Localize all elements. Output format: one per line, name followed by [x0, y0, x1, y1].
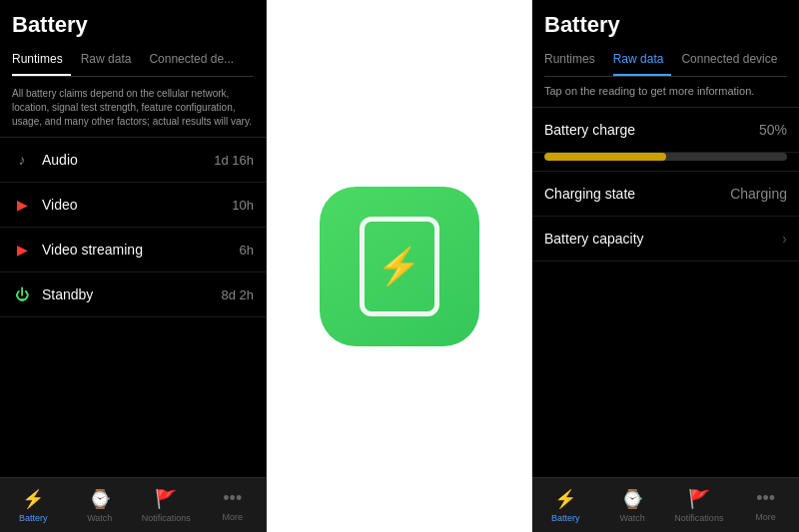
- bottom-tab-battery-left[interactable]: ⚡ Battery: [0, 478, 67, 532]
- list-item: ▶ Video streaming 6h: [0, 228, 266, 272]
- battery-tab-icon-right: ⚡: [554, 488, 576, 510]
- charge-bar-fill: [544, 153, 666, 161]
- right-tab-bar: Runtimes Raw data Connected device: [544, 46, 787, 77]
- runtime-label-audio: Audio: [42, 152, 78, 168]
- battery-charge-value: 50%: [759, 122, 787, 138]
- bottom-tab-notifications-right[interactable]: 🚩 Notifications: [666, 478, 733, 532]
- left-panel: Battery Runtimes Raw data Connected de..…: [0, 0, 267, 532]
- charging-state-label: Charging state: [544, 186, 635, 202]
- bottom-tab-watch-right[interactable]: ⌚ Watch: [599, 478, 666, 532]
- left-tab-rawdata[interactable]: Raw data: [81, 46, 140, 76]
- right-tab-rawdata[interactable]: Raw data: [613, 46, 672, 76]
- runtime-label-video: Video: [42, 197, 78, 213]
- list-item: ⏻ Standby 8d 2h: [0, 272, 266, 317]
- watch-tab-icon-right: ⌚: [621, 488, 643, 510]
- runtime-value-video: 10h: [232, 198, 254, 213]
- watch-tab-label-right: Watch: [620, 513, 645, 523]
- more-tab-label: More: [222, 512, 243, 522]
- charge-bar-container: [532, 153, 799, 172]
- bottom-tab-notifications-left[interactable]: 🚩 Notifications: [133, 478, 200, 532]
- battery-top: [389, 175, 410, 183]
- charge-bar-track: [544, 153, 787, 161]
- left-tab-connected[interactable]: Connected de...: [149, 46, 242, 76]
- battery-tab-label: Battery: [19, 513, 48, 523]
- more-tab-icon: •••: [223, 488, 242, 509]
- bottom-tab-more-left[interactable]: ••• More: [200, 478, 267, 532]
- battery-tab-label-right: Battery: [551, 513, 580, 523]
- video-icon: ▶: [12, 195, 32, 215]
- right-tab-connected[interactable]: Connected device: [681, 46, 785, 76]
- list-item: ▶ Video 10h: [0, 183, 266, 228]
- runtime-label-standby: Standby: [42, 286, 93, 302]
- battery-charge-row[interactable]: Battery charge 50%: [532, 108, 799, 153]
- info-text: Tap on the reading to get more informati…: [532, 77, 799, 108]
- list-item: ♪ Audio 1d 16h: [0, 138, 266, 183]
- bottom-tab-watch-left[interactable]: ⌚ Watch: [67, 478, 134, 532]
- center-panel: ⚡: [267, 0, 532, 532]
- right-title: Battery: [544, 12, 787, 38]
- charging-state-value: Charging: [730, 186, 787, 202]
- right-panel: Battery Runtimes Raw data Connected devi…: [532, 0, 799, 532]
- battery-tab-icon: ⚡: [22, 488, 44, 510]
- bottom-tab-battery-right[interactable]: ⚡ Battery: [532, 478, 599, 532]
- runtime-value-standby: 8d 2h: [221, 287, 254, 302]
- left-bottom-tab-bar: ⚡ Battery ⌚ Watch 🚩 Notifications ••• Mo…: [0, 477, 266, 532]
- runtime-list: ♪ Audio 1d 16h ▶ Video 10h ▶ Video strea…: [0, 138, 266, 477]
- more-tab-label-right: More: [755, 512, 776, 522]
- notifications-tab-label-right: Notifications: [674, 513, 723, 523]
- charging-state-row[interactable]: Charging state Charging: [532, 172, 799, 217]
- disclaimer-text: All battery claims depend on the cellula…: [0, 77, 266, 138]
- video-streaming-icon: ▶: [12, 240, 32, 260]
- watch-tab-icon: ⌚: [89, 488, 111, 510]
- battery-charge-label: Battery charge: [544, 122, 635, 138]
- more-tab-icon-right: •••: [756, 488, 775, 509]
- notifications-tab-label: Notifications: [142, 513, 191, 523]
- runtime-label-streaming: Video streaming: [42, 242, 143, 258]
- notifications-tab-icon-right: 🚩: [688, 488, 710, 510]
- runtime-value-audio: 1d 16h: [214, 153, 254, 168]
- battery-capacity-label: Battery capacity: [544, 231, 644, 247]
- music-icon: ♪: [12, 150, 32, 170]
- runtime-value-streaming: 6h: [240, 243, 254, 258]
- left-title: Battery: [12, 12, 254, 38]
- left-tab-runtimes[interactable]: Runtimes: [12, 46, 71, 76]
- right-header: Battery Runtimes Raw data Connected devi…: [532, 0, 799, 77]
- lightning-bolt-icon: ⚡: [377, 249, 421, 284]
- standby-icon: ⏻: [12, 284, 32, 304]
- app-icon: ⚡: [320, 187, 479, 346]
- right-bottom-tab-bar: ⚡ Battery ⌚ Watch 🚩 Notifications ••• Mo…: [532, 477, 799, 532]
- watch-tab-label: Watch: [87, 513, 112, 523]
- battery-capacity-row[interactable]: Battery capacity ›: [532, 217, 799, 262]
- left-tab-bar: Runtimes Raw data Connected de...: [12, 46, 254, 77]
- notifications-tab-icon: 🚩: [155, 488, 177, 510]
- left-header: Battery Runtimes Raw data Connected de..…: [0, 0, 266, 77]
- chevron-right-icon: ›: [782, 231, 787, 247]
- bottom-tab-more-right[interactable]: ••• More: [732, 478, 799, 532]
- battery-outline: ⚡: [360, 217, 439, 316]
- right-tab-runtimes[interactable]: Runtimes: [544, 46, 603, 76]
